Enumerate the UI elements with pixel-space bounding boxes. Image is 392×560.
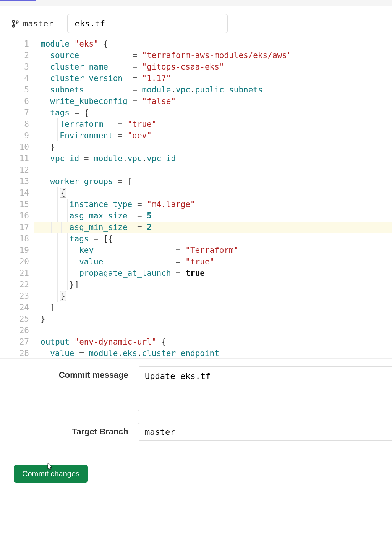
line-number: 17 bbox=[0, 222, 29, 233]
code-line[interactable]: source = "terraform-aws-modules/eks/aws" bbox=[40, 50, 392, 61]
line-number: 10 bbox=[0, 141, 29, 153]
code-line[interactable]: } bbox=[40, 313, 392, 325]
commit-message-label: Commit message bbox=[0, 366, 138, 380]
code-line[interactable]: tags = [{ bbox=[40, 233, 392, 244]
line-number: 23 bbox=[0, 290, 29, 302]
code-line[interactable]: module "eks" { bbox=[40, 38, 392, 50]
code-line[interactable]: Environment = "dev" bbox=[40, 130, 392, 141]
code-line[interactable]: }] bbox=[40, 279, 392, 290]
line-number: 4 bbox=[0, 73, 29, 84]
code-line[interactable]: key = "Terraform" bbox=[40, 244, 392, 256]
line-number: 20 bbox=[0, 256, 29, 267]
branch-indicator[interactable]: master bbox=[11, 19, 53, 28]
code-line[interactable]: subnets = module.vpc.public_subnets bbox=[40, 84, 392, 95]
line-number: 27 bbox=[0, 336, 29, 348]
line-number: 6 bbox=[0, 95, 29, 107]
line-number: 8 bbox=[0, 118, 29, 130]
line-number: 12 bbox=[0, 164, 29, 176]
code-line[interactable]: { bbox=[40, 187, 392, 199]
code-line[interactable]: worker_groups = [ bbox=[40, 176, 392, 187]
divider bbox=[60, 15, 60, 32]
code-line[interactable] bbox=[40, 164, 392, 176]
line-number: 22 bbox=[0, 279, 29, 290]
line-number: 16 bbox=[0, 210, 29, 222]
line-number: 24 bbox=[0, 302, 29, 313]
line-number: 11 bbox=[0, 153, 29, 164]
code-line[interactable]: cluster_version = "1.17" bbox=[40, 73, 392, 84]
line-number: 14 bbox=[0, 187, 29, 199]
file-header: master bbox=[0, 6, 392, 38]
code-line[interactable]: vpc_id = module.vpc.vpc_id bbox=[40, 153, 392, 164]
line-number: 5 bbox=[0, 84, 29, 95]
line-number: 19 bbox=[0, 244, 29, 256]
code-line[interactable] bbox=[40, 325, 392, 336]
line-number: 1 bbox=[0, 38, 29, 50]
code-line[interactable]: value = "true" bbox=[40, 256, 392, 267]
svg-point-0 bbox=[13, 20, 15, 22]
code-line[interactable]: } bbox=[40, 141, 392, 153]
code-line[interactable]: } bbox=[40, 290, 392, 302]
actions-row: Commit changes bbox=[0, 465, 392, 494]
branch-name: master bbox=[23, 19, 53, 28]
loading-bar bbox=[0, 0, 392, 6]
commit-form: Commit message Target Branch bbox=[0, 359, 392, 449]
loading-progress bbox=[0, 0, 36, 1]
line-number: 13 bbox=[0, 176, 29, 187]
line-number: 9 bbox=[0, 130, 29, 141]
svg-point-2 bbox=[16, 21, 18, 23]
line-number: 15 bbox=[0, 199, 29, 210]
line-number: 2 bbox=[0, 50, 29, 61]
commit-changes-button[interactable]: Commit changes bbox=[14, 465, 88, 483]
code-line[interactable]: value = module.eks.cluster_endpoint bbox=[40, 348, 392, 359]
line-number: 25 bbox=[0, 313, 29, 325]
code-line[interactable]: cluster_name = "gitops-csaa-eks" bbox=[40, 61, 392, 73]
svg-point-1 bbox=[13, 25, 15, 27]
code-line[interactable]: asg_min_size = 2 bbox=[34, 222, 392, 233]
branch-icon bbox=[11, 19, 19, 28]
line-number: 3 bbox=[0, 61, 29, 73]
code-line[interactable]: tags = { bbox=[40, 107, 392, 118]
code-line[interactable]: Terraform = "true" bbox=[40, 118, 392, 130]
code-editor[interactable]: 1234567891011121314151617181920212223242… bbox=[0, 38, 392, 359]
line-number: 26 bbox=[0, 325, 29, 336]
line-number: 28 bbox=[0, 348, 29, 359]
code-line[interactable]: output "env-dynamic-url" { bbox=[40, 336, 392, 348]
code-line[interactable]: propagate_at_launch = true bbox=[40, 267, 392, 279]
line-numbers: 1234567891011121314151617181920212223242… bbox=[0, 38, 34, 358]
code-line[interactable]: ] bbox=[40, 302, 392, 313]
code-line[interactable]: instance_type = "m4.large" bbox=[40, 199, 392, 210]
line-number: 21 bbox=[0, 267, 29, 279]
target-branch-input[interactable] bbox=[138, 423, 392, 441]
code-content[interactable]: module "eks" { source = "terraform-aws-m… bbox=[34, 38, 392, 358]
target-branch-label: Target Branch bbox=[0, 423, 138, 437]
code-line[interactable]: asg_max_size = 5 bbox=[40, 210, 392, 222]
filename-input[interactable] bbox=[67, 14, 228, 33]
code-line[interactable]: write_kubeconfig = "false" bbox=[40, 95, 392, 107]
divider bbox=[0, 456, 392, 456]
line-number: 7 bbox=[0, 107, 29, 118]
commit-message-input[interactable] bbox=[138, 366, 392, 411]
line-number: 18 bbox=[0, 233, 29, 244]
